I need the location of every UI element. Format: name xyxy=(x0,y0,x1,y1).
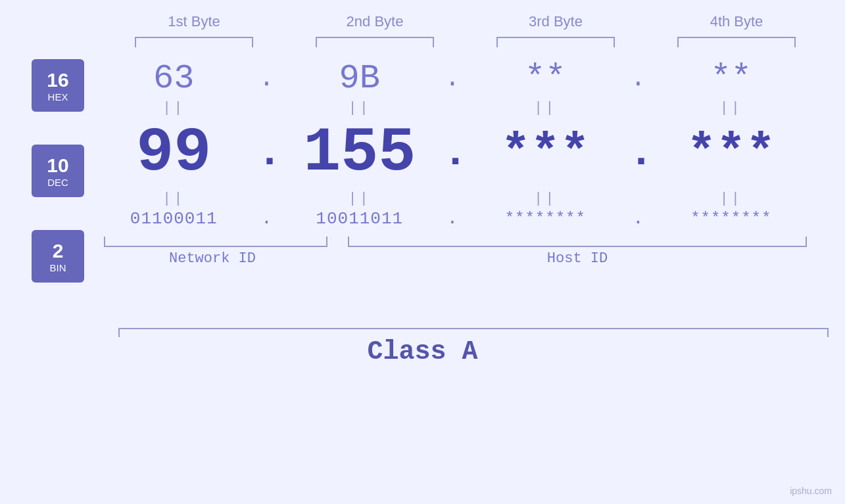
class-label: Class A xyxy=(0,337,845,367)
bin-byte2: 10011011 xyxy=(277,209,443,229)
hex-byte1: 63 xyxy=(91,59,257,98)
bracket-top-2 xyxy=(316,37,434,47)
bin-byte1: 01100011 xyxy=(91,209,257,229)
bin-dot1: . xyxy=(257,208,277,229)
dec-dot3: . xyxy=(629,129,648,177)
host-id-label: Host ID xyxy=(547,250,608,267)
bracket-top-1 xyxy=(135,37,253,47)
top-brackets xyxy=(104,37,827,47)
sep2-b1: || xyxy=(91,191,257,207)
byte4-header: 4th Byte xyxy=(664,13,809,30)
hex-byte4: ** xyxy=(648,59,815,98)
sep1-b4: || xyxy=(648,100,815,116)
bin-dot3: . xyxy=(629,208,648,229)
hex-badge: 16 HEX xyxy=(32,59,84,112)
dec-row: 99 . 155 . *** . xyxy=(91,118,814,189)
byte3-header: 3rd Byte xyxy=(483,13,628,30)
sep1-b1: || xyxy=(91,100,257,116)
hex-byte3: ** xyxy=(462,59,629,98)
hex-base-num: 16 xyxy=(47,69,68,91)
bracket-top-3 xyxy=(496,37,615,47)
dec-byte3: *** xyxy=(462,126,629,181)
bin-base-label: BIN xyxy=(49,262,66,273)
bin-byte4: ******** xyxy=(648,210,815,227)
sep1-b3: || xyxy=(462,100,629,116)
sep2-b2: || xyxy=(277,191,443,207)
hex-dot3: . xyxy=(629,64,648,93)
bin-byte3: ******** xyxy=(462,210,629,227)
dec-base-num: 10 xyxy=(47,154,68,177)
network-id-label: Network ID xyxy=(169,250,256,267)
bin-row: 01100011 . 10011011 . ******** xyxy=(91,208,814,229)
sep2-b3: || xyxy=(462,191,629,207)
dec-byte1: 99 xyxy=(91,118,257,189)
byte-headers: 1st Byte 2nd Byte 3rd Byte 4th Byte xyxy=(104,13,827,30)
watermark: ipshu.com xyxy=(790,486,832,496)
main-container: 1st Byte 2nd Byte 3rd Byte 4th Byte 16 H… xyxy=(0,0,845,504)
dec-byte4: *** xyxy=(648,126,815,181)
bracket-top-4 xyxy=(677,37,796,47)
byte1-header: 1st Byte xyxy=(122,13,266,30)
byte2-header: 2nd Byte xyxy=(302,13,447,30)
dec-byte2: 155 xyxy=(277,118,443,189)
hex-byte2: 9B xyxy=(277,59,443,98)
bin-badge: 2 BIN xyxy=(32,230,84,283)
bin-dot2: . xyxy=(443,208,462,229)
sep2-b4: || xyxy=(648,191,815,207)
hex-base-label: HEX xyxy=(48,91,68,103)
dec-badge: 10 DEC xyxy=(32,145,84,197)
hex-dot2: . xyxy=(443,64,462,93)
dec-dot2: . xyxy=(443,129,462,177)
dec-base-label: DEC xyxy=(47,177,68,188)
hex-dot1: . xyxy=(257,64,277,93)
sep1-b2: || xyxy=(277,100,443,116)
sep-row-2: || || || || xyxy=(91,189,814,208)
sep-row-1: || || || || xyxy=(91,98,814,118)
dec-dot1: . xyxy=(257,129,277,177)
bin-base-num: 2 xyxy=(53,240,64,262)
hex-row: 63 . 9B . ** . xyxy=(91,59,814,98)
